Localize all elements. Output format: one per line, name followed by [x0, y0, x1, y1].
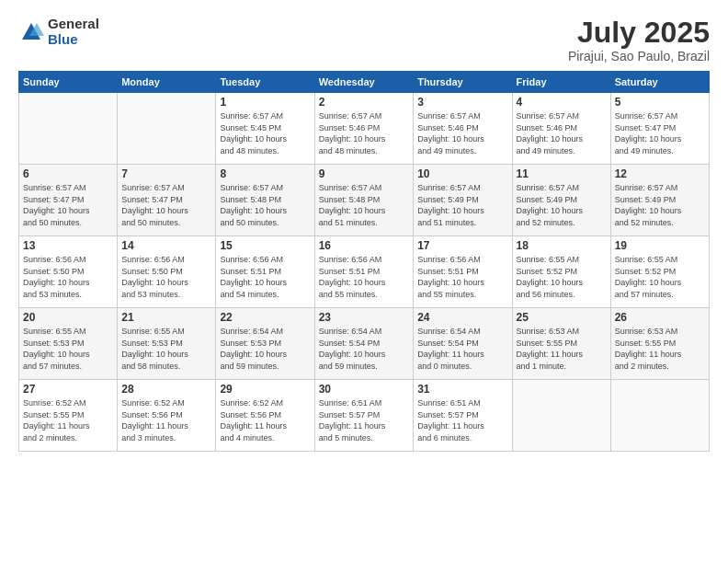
day-info: Sunrise: 6:57 AM Sunset: 5:49 PM Dayligh…: [517, 182, 607, 228]
day-info: Sunrise: 6:56 AM Sunset: 5:51 PM Dayligh…: [220, 254, 310, 300]
table-row: 13Sunrise: 6:56 AM Sunset: 5:50 PM Dayli…: [19, 236, 118, 308]
table-row: 31Sunrise: 6:51 AM Sunset: 5:57 PM Dayli…: [414, 380, 512, 452]
day-number: 8: [220, 167, 310, 180]
subtitle: Pirajui, Sao Paulo, Brazil: [568, 49, 710, 63]
day-info: Sunrise: 6:54 AM Sunset: 5:54 PM Dayligh…: [417, 326, 507, 372]
table-row: 12Sunrise: 6:57 AM Sunset: 5:49 PM Dayli…: [610, 165, 709, 236]
day-number: 2: [319, 96, 409, 109]
table-row: 20Sunrise: 6:55 AM Sunset: 5:53 PM Dayli…: [19, 308, 118, 380]
day-info: Sunrise: 6:53 AM Sunset: 5:55 PM Dayligh…: [517, 326, 607, 372]
day-info: Sunrise: 6:51 AM Sunset: 5:57 PM Dayligh…: [417, 397, 507, 443]
table-row: [118, 93, 216, 165]
day-info: Sunrise: 6:56 AM Sunset: 5:51 PM Dayligh…: [417, 254, 507, 300]
calendar-week-row: 20Sunrise: 6:55 AM Sunset: 5:53 PM Dayli…: [19, 308, 710, 380]
day-number: 16: [319, 239, 409, 252]
table-row: 27Sunrise: 6:52 AM Sunset: 5:55 PM Dayli…: [19, 380, 118, 452]
day-number: 27: [23, 383, 113, 396]
day-number: 11: [517, 167, 607, 180]
table-row: 30Sunrise: 6:51 AM Sunset: 5:57 PM Dayli…: [314, 380, 413, 452]
header-row: Sunday Monday Tuesday Wednesday Thursday…: [19, 72, 710, 93]
day-info: Sunrise: 6:57 AM Sunset: 5:49 PM Dayligh…: [615, 182, 705, 228]
day-number: 4: [517, 96, 607, 109]
day-number: 29: [220, 383, 310, 396]
table-row: 26Sunrise: 6:53 AM Sunset: 5:55 PM Dayli…: [610, 308, 709, 380]
day-info: Sunrise: 6:53 AM Sunset: 5:55 PM Dayligh…: [615, 326, 705, 372]
table-row: 22Sunrise: 6:54 AM Sunset: 5:53 PM Dayli…: [216, 308, 314, 380]
day-number: 30: [319, 383, 409, 396]
table-row: 1Sunrise: 6:57 AM Sunset: 5:45 PM Daylig…: [216, 93, 314, 165]
day-number: 20: [23, 311, 113, 324]
calendar-week-row: 1Sunrise: 6:57 AM Sunset: 5:45 PM Daylig…: [19, 93, 710, 165]
day-info: Sunrise: 6:57 AM Sunset: 5:45 PM Dayligh…: [220, 110, 310, 156]
table-row: 21Sunrise: 6:55 AM Sunset: 5:53 PM Dayli…: [118, 308, 216, 380]
day-number: 18: [517, 239, 607, 252]
calendar-table: Sunday Monday Tuesday Wednesday Thursday…: [18, 71, 710, 452]
day-info: Sunrise: 6:57 AM Sunset: 5:47 PM Dayligh…: [121, 182, 211, 228]
day-number: 21: [121, 311, 211, 324]
day-number: 31: [417, 383, 507, 396]
table-row: 15Sunrise: 6:56 AM Sunset: 5:51 PM Dayli…: [216, 236, 314, 308]
day-number: 22: [220, 311, 310, 324]
day-number: 12: [615, 167, 705, 180]
day-number: 25: [517, 311, 607, 324]
day-number: 1: [220, 96, 310, 109]
day-number: 7: [121, 167, 211, 180]
table-row: 18Sunrise: 6:55 AM Sunset: 5:52 PM Dayli…: [512, 236, 610, 308]
col-sunday: Sunday: [19, 72, 118, 93]
day-info: Sunrise: 6:56 AM Sunset: 5:50 PM Dayligh…: [23, 254, 113, 300]
col-friday: Friday: [512, 72, 610, 93]
table-row: 25Sunrise: 6:53 AM Sunset: 5:55 PM Dayli…: [512, 308, 610, 380]
day-info: Sunrise: 6:54 AM Sunset: 5:53 PM Dayligh…: [220, 326, 310, 372]
table-row: 9Sunrise: 6:57 AM Sunset: 5:48 PM Daylig…: [314, 165, 413, 236]
table-row: 4Sunrise: 6:57 AM Sunset: 5:46 PM Daylig…: [512, 93, 610, 165]
day-number: 26: [615, 311, 705, 324]
day-info: Sunrise: 6:54 AM Sunset: 5:54 PM Dayligh…: [319, 326, 409, 372]
day-number: 13: [23, 239, 113, 252]
day-number: 10: [417, 167, 507, 180]
day-number: 28: [121, 383, 211, 396]
logo-icon: [18, 19, 44, 45]
day-info: Sunrise: 6:57 AM Sunset: 5:46 PM Dayligh…: [417, 110, 507, 156]
day-info: Sunrise: 6:57 AM Sunset: 5:47 PM Dayligh…: [615, 110, 705, 156]
day-info: Sunrise: 6:55 AM Sunset: 5:52 PM Dayligh…: [615, 254, 705, 300]
table-row: 28Sunrise: 6:52 AM Sunset: 5:56 PM Dayli…: [118, 380, 216, 452]
table-row: 10Sunrise: 6:57 AM Sunset: 5:49 PM Dayli…: [414, 165, 512, 236]
day-number: 23: [319, 311, 409, 324]
table-row: 5Sunrise: 6:57 AM Sunset: 5:47 PM Daylig…: [610, 93, 709, 165]
day-info: Sunrise: 6:55 AM Sunset: 5:52 PM Dayligh…: [517, 254, 607, 300]
day-info: Sunrise: 6:57 AM Sunset: 5:48 PM Dayligh…: [319, 182, 409, 228]
table-row: [19, 93, 118, 165]
day-info: Sunrise: 6:52 AM Sunset: 5:55 PM Dayligh…: [23, 397, 113, 443]
main-title: July 2025: [568, 17, 710, 49]
day-info: Sunrise: 6:57 AM Sunset: 5:46 PM Dayligh…: [319, 110, 409, 156]
day-number: 17: [417, 239, 507, 252]
logo: General Blue: [18, 17, 99, 47]
col-wednesday: Wednesday: [314, 72, 413, 93]
day-info: Sunrise: 6:57 AM Sunset: 5:48 PM Dayligh…: [220, 182, 310, 228]
table-row: 29Sunrise: 6:52 AM Sunset: 5:56 PM Dayli…: [216, 380, 314, 452]
calendar-week-row: 13Sunrise: 6:56 AM Sunset: 5:50 PM Dayli…: [19, 236, 710, 308]
day-info: Sunrise: 6:51 AM Sunset: 5:57 PM Dayligh…: [319, 397, 409, 443]
calendar-page: General Blue July 2025 Pirajui, Sao Paul…: [0, 0, 728, 563]
table-row: 14Sunrise: 6:56 AM Sunset: 5:50 PM Dayli…: [118, 236, 216, 308]
logo-text: General Blue: [48, 17, 99, 47]
day-number: 15: [220, 239, 310, 252]
col-thursday: Thursday: [414, 72, 512, 93]
day-number: 19: [615, 239, 705, 252]
table-row: 19Sunrise: 6:55 AM Sunset: 5:52 PM Dayli…: [610, 236, 709, 308]
table-row: 24Sunrise: 6:54 AM Sunset: 5:54 PM Dayli…: [414, 308, 512, 380]
table-row: 2Sunrise: 6:57 AM Sunset: 5:46 PM Daylig…: [314, 93, 413, 165]
day-number: 9: [319, 167, 409, 180]
day-number: 14: [121, 239, 211, 252]
table-row: 16Sunrise: 6:56 AM Sunset: 5:51 PM Dayli…: [314, 236, 413, 308]
day-info: Sunrise: 6:52 AM Sunset: 5:56 PM Dayligh…: [121, 397, 211, 443]
day-number: 3: [417, 96, 507, 109]
table-row: 17Sunrise: 6:56 AM Sunset: 5:51 PM Dayli…: [414, 236, 512, 308]
logo-general: General: [48, 17, 99, 32]
table-row: 6Sunrise: 6:57 AM Sunset: 5:47 PM Daylig…: [19, 165, 118, 236]
table-row: 3Sunrise: 6:57 AM Sunset: 5:46 PM Daylig…: [414, 93, 512, 165]
table-row: 8Sunrise: 6:57 AM Sunset: 5:48 PM Daylig…: [216, 165, 314, 236]
day-info: Sunrise: 6:55 AM Sunset: 5:53 PM Dayligh…: [23, 326, 113, 372]
day-info: Sunrise: 6:57 AM Sunset: 5:49 PM Dayligh…: [417, 182, 507, 228]
calendar-week-row: 6Sunrise: 6:57 AM Sunset: 5:47 PM Daylig…: [19, 165, 710, 236]
